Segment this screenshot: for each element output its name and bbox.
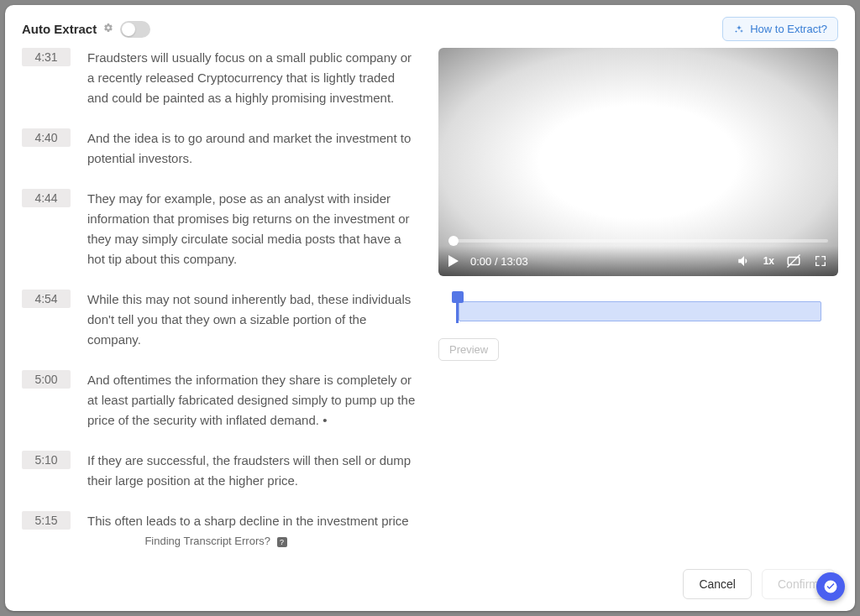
transcript-errors-link[interactable]: Finding Transcript Errors? ? <box>5 530 427 557</box>
sparkle-icon <box>733 23 745 35</box>
volume-icon[interactable] <box>737 253 752 269</box>
transcript-text[interactable]: If they are successful, the fraudsters w… <box>87 451 418 491</box>
assistant-fab[interactable] <box>816 572 845 601</box>
seek-bar[interactable] <box>448 239 828 243</box>
timestamp[interactable]: 4:54 <box>22 290 71 308</box>
current-time: 0:00 <box>470 255 491 268</box>
timestamp[interactable]: 5:00 <box>22 370 71 389</box>
transcript-row: 4:44 They may for example, pose as an an… <box>22 189 418 269</box>
transcript-row: 5:00 And oftentimes the information they… <box>22 370 418 431</box>
playhead-marker[interactable] <box>452 291 464 303</box>
transcript-row: 5:10 If they are successful, the fraudst… <box>22 451 418 491</box>
fullscreen-icon[interactable] <box>813 253 828 269</box>
transcript-text[interactable]: And oftentimes the information they shar… <box>87 370 418 431</box>
transcript-list[interactable]: 4:31 Fraudsters will usually focus on a … <box>5 48 427 530</box>
app-window: Auto Extract How to Extract? 4:31 Frauds… <box>5 5 855 611</box>
transcript-row: 4:31 Fraudsters will usually focus on a … <box>22 48 418 108</box>
clip-timeline[interactable] <box>438 291 838 323</box>
header: Auto Extract How to Extract? <box>5 5 855 48</box>
how-to-label: How to Extract? <box>750 23 827 35</box>
captions-icon[interactable] <box>786 253 801 269</box>
footer: Cancel Confirm <box>5 557 855 611</box>
transcript-row: 4:54 While this may not sound inherently… <box>22 290 418 350</box>
auto-extract-toggle[interactable] <box>120 21 150 38</box>
timestamp[interactable]: 4:31 <box>22 48 71 66</box>
main-content: 4:31 Fraudsters will usually focus on a … <box>5 48 855 557</box>
time-display: 0:00 / 13:03 <box>470 255 528 268</box>
play-button[interactable] <box>448 255 459 267</box>
transcript-text[interactable]: They may for example, pose as an analyst… <box>87 189 418 269</box>
transcript-row: 5:15 This often leads to a sharp decline… <box>22 511 418 530</box>
video-player[interactable]: 0:00 / 13:03 1x <box>438 48 838 276</box>
timestamp[interactable]: 5:15 <box>22 511 71 530</box>
preview-button[interactable]: Preview <box>438 338 499 361</box>
cancel-button[interactable]: Cancel <box>683 569 752 599</box>
timestamp[interactable]: 4:40 <box>22 128 71 147</box>
video-pane: 0:00 / 13:03 1x <box>427 48 855 557</box>
playback-speed[interactable]: 1x <box>763 255 774 267</box>
clip-segment[interactable] <box>459 301 821 321</box>
transcript-text[interactable]: While this may not sound inherently bad,… <box>87 290 418 350</box>
timestamp[interactable]: 5:10 <box>22 451 71 469</box>
gear-icon[interactable] <box>103 23 113 35</box>
transcript-pane: 4:31 Fraudsters will usually focus on a … <box>5 48 427 557</box>
how-to-extract-button[interactable]: How to Extract? <box>722 17 838 41</box>
duration: 13:03 <box>501 255 528 268</box>
transcript-row: 4:40 And the idea is to go around and ma… <box>22 128 418 169</box>
transcript-text[interactable]: Fraudsters will usually focus on a small… <box>87 48 418 108</box>
help-icon: ? <box>277 537 287 547</box>
page-title: Auto Extract <box>22 22 97 36</box>
header-left: Auto Extract <box>22 21 150 38</box>
timestamp[interactable]: 4:44 <box>22 189 71 207</box>
transcript-text[interactable]: This often leads to a sharp decline in t… <box>87 511 418 530</box>
transcript-errors-label: Finding Transcript Errors? <box>144 535 270 547</box>
transcript-text[interactable]: And the idea is to go around and market … <box>87 128 418 169</box>
video-controls: 0:00 / 13:03 1x <box>438 246 838 276</box>
